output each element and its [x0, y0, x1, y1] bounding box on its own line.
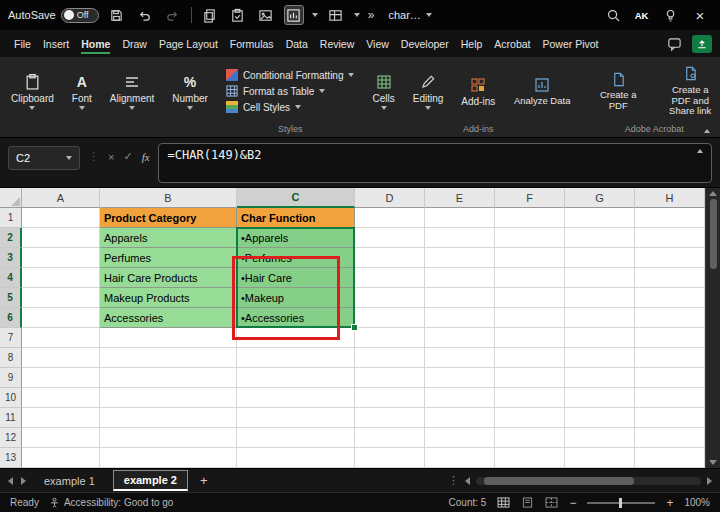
- cell-G5[interactable]: [565, 288, 635, 308]
- cell-H7[interactable]: [635, 328, 705, 348]
- cell-B7[interactable]: [100, 328, 237, 348]
- cell-C4[interactable]: •Hair Care: [237, 268, 355, 288]
- create-pdf-button[interactable]: Create a PDF: [582, 67, 654, 115]
- cell-H6[interactable]: [635, 308, 705, 328]
- cell-G12[interactable]: [565, 428, 635, 448]
- cell-G8[interactable]: [565, 348, 635, 368]
- cell-D11[interactable]: [355, 408, 425, 428]
- cell-B11[interactable]: [100, 408, 237, 428]
- cells-button[interactable]: Cells: [365, 70, 401, 113]
- menu-formulas[interactable]: Formulas: [224, 32, 280, 55]
- cell-F12[interactable]: [495, 428, 565, 448]
- cell-A9[interactable]: [22, 368, 100, 388]
- row-header-4[interactable]: 4: [0, 268, 22, 288]
- create-pdf-share-button[interactable]: Create a PDF and Share link: [654, 62, 720, 121]
- cell-B13[interactable]: [100, 448, 237, 468]
- cell-D5[interactable]: [355, 288, 425, 308]
- cell-H4[interactable]: [635, 268, 705, 288]
- normal-view-icon[interactable]: [497, 497, 510, 508]
- document-title-dropdown[interactable]: char…: [382, 7, 437, 23]
- cell-A11[interactable]: [22, 408, 100, 428]
- vertical-scrollbar[interactable]: [705, 188, 720, 468]
- cell-G9[interactable]: [565, 368, 635, 388]
- menu-review[interactable]: Review: [314, 32, 360, 55]
- cell-E12[interactable]: [425, 428, 495, 448]
- fill-handle[interactable]: [351, 324, 358, 331]
- enter-entry-button[interactable]: ✓: [123, 150, 132, 163]
- cell-C7[interactable]: [237, 328, 355, 348]
- close-button[interactable]: ×: [688, 7, 712, 24]
- cell-G11[interactable]: [565, 408, 635, 428]
- cell-B4[interactable]: Hair Care Products: [100, 268, 237, 288]
- cell-H2[interactable]: [635, 228, 705, 248]
- cell-E6[interactable]: [425, 308, 495, 328]
- select-all-corner[interactable]: [0, 188, 22, 208]
- format-as-table-button[interactable]: Format as Table: [223, 84, 358, 98]
- cell-A4[interactable]: [22, 268, 100, 288]
- new-sheet-button[interactable]: +: [196, 473, 212, 488]
- cell-D13[interactable]: [355, 448, 425, 468]
- row-header-3[interactable]: 3: [0, 248, 22, 268]
- cell-F9[interactable]: [495, 368, 565, 388]
- cell-D3[interactable]: [355, 248, 425, 268]
- sheet-tab-example-1[interactable]: example 1: [34, 472, 105, 490]
- avatar[interactable]: AK: [631, 5, 652, 26]
- page-layout-view-icon[interactable]: [521, 497, 534, 508]
- cell-D9[interactable]: [355, 368, 425, 388]
- menu-file[interactable]: File: [8, 32, 37, 55]
- cell-B12[interactable]: [100, 428, 237, 448]
- cell-G6[interactable]: [565, 308, 635, 328]
- cell-H9[interactable]: [635, 368, 705, 388]
- cell-E13[interactable]: [425, 448, 495, 468]
- tabbar-overflow-icon[interactable]: ⋮: [448, 474, 459, 487]
- menu-page-layout[interactable]: Page Layout: [153, 32, 224, 55]
- cell-E10[interactable]: [425, 388, 495, 408]
- cell-B8[interactable]: [100, 348, 237, 368]
- zoom-slider-thumb[interactable]: [619, 498, 622, 508]
- save-icon[interactable]: [107, 5, 127, 25]
- copy-pages-icon[interactable]: [200, 5, 220, 25]
- cell-C3[interactable]: •Perfumes: [237, 248, 355, 268]
- cell-C13[interactable]: [237, 448, 355, 468]
- cell-C10[interactable]: [237, 388, 355, 408]
- count-indicator[interactable]: Count: 5: [449, 497, 487, 508]
- cell-D4[interactable]: [355, 268, 425, 288]
- cell-C2[interactable]: •Apparels: [237, 228, 355, 248]
- formula-input[interactable]: =CHAR(149)&B2: [158, 143, 712, 183]
- formula-bar-collapse-icon[interactable]: [697, 149, 703, 153]
- menu-draw[interactable]: Draw: [116, 32, 153, 55]
- cell-H3[interactable]: [635, 248, 705, 268]
- column-header-F[interactable]: F: [495, 188, 565, 208]
- sheet-tab-example-2[interactable]: example 2: [113, 470, 188, 491]
- accessibility-status[interactable]: Accessibility: Good to go: [49, 497, 174, 508]
- cell-F3[interactable]: [495, 248, 565, 268]
- clipboard-button[interactable]: Clipboard: [4, 70, 61, 113]
- zoom-out-button[interactable]: −: [569, 498, 576, 508]
- cell-C12[interactable]: [237, 428, 355, 448]
- column-header-C[interactable]: C: [237, 188, 355, 208]
- cell-D2[interactable]: [355, 228, 425, 248]
- cell-D1[interactable]: [355, 208, 425, 228]
- autosave-pill[interactable]: Off: [61, 8, 99, 23]
- menu-help[interactable]: Help: [455, 32, 489, 55]
- chart-box-icon[interactable]: [284, 5, 304, 25]
- redo-icon[interactable]: [163, 5, 183, 25]
- cell-A12[interactable]: [22, 428, 100, 448]
- cell-G3[interactable]: [565, 248, 635, 268]
- cell-A13[interactable]: [22, 448, 100, 468]
- cell-G13[interactable]: [565, 448, 635, 468]
- autosave-toggle[interactable]: AutoSave Off: [8, 8, 99, 23]
- clipboard-check-icon[interactable]: [228, 5, 248, 25]
- cell-styles-button[interactable]: Cell Styles: [223, 100, 358, 114]
- cell-E11[interactable]: [425, 408, 495, 428]
- cell-A3[interactable]: [22, 248, 100, 268]
- picture-icon[interactable]: [256, 5, 276, 25]
- cell-F2[interactable]: [495, 228, 565, 248]
- cell-B9[interactable]: [100, 368, 237, 388]
- cell-D7[interactable]: [355, 328, 425, 348]
- cell-A6[interactable]: [22, 308, 100, 328]
- column-header-D[interactable]: D: [355, 188, 425, 208]
- comments-icon[interactable]: [664, 34, 684, 54]
- cell-A7[interactable]: [22, 328, 100, 348]
- cell-G10[interactable]: [565, 388, 635, 408]
